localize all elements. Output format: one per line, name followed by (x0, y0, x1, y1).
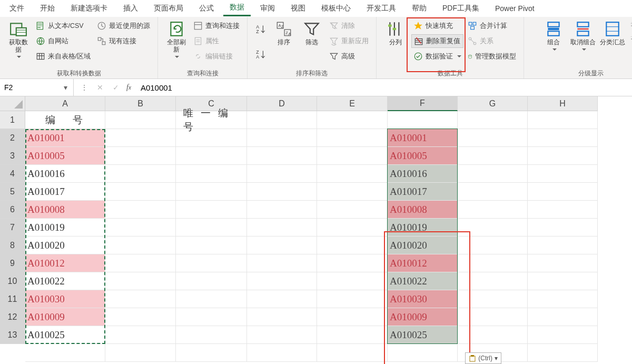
manage-data-model-button[interactable]: 管理数据模型 (466, 50, 518, 63)
cell-C1[interactable]: 唯一编号 (176, 111, 247, 129)
cell-D7[interactable] (247, 219, 317, 237)
cell-G8[interactable] (458, 237, 528, 254)
reapply-button[interactable]: 重新应用 (327, 34, 371, 48)
row-header-9[interactable]: 9 (0, 254, 25, 272)
properties-button[interactable]: 属性 (191, 34, 242, 48)
cell-F4[interactable]: A010016 (388, 165, 458, 183)
cells-area[interactable]: 编 号唯一编号A010001A010005A010016A010017A0100… (25, 111, 632, 364)
cell-E13[interactable] (317, 326, 388, 344)
column-header-A[interactable]: A (25, 96, 105, 111)
cell-B8[interactable] (105, 237, 176, 254)
cell-E7[interactable] (317, 219, 388, 237)
cell-F2[interactable]: A010001 (388, 129, 458, 147)
cell-B5[interactable] (105, 183, 176, 201)
cell-A11[interactable]: A010030 (25, 290, 105, 308)
cell-F14[interactable] (388, 344, 458, 362)
cell-E6[interactable] (317, 201, 388, 219)
column-header-G[interactable]: G (458, 96, 528, 111)
cell-C7[interactable] (176, 219, 247, 237)
cell-C5[interactable] (176, 183, 247, 201)
cell-H1[interactable] (528, 111, 598, 129)
subtotal-button[interactable]: 分类汇总 (599, 19, 626, 47)
insert-function-icon[interactable]: fx (126, 83, 131, 92)
row-header-7[interactable]: 7 (0, 219, 25, 237)
cell-D9[interactable] (247, 254, 317, 272)
cell-F10[interactable]: A010022 (388, 272, 458, 290)
cell-E1[interactable] (317, 111, 388, 129)
cell-F13[interactable]: A010025 (388, 326, 458, 344)
paste-options-smarttag[interactable]: (Ctrl) ▾ (465, 352, 501, 364)
filter-button[interactable]: 筛选 (299, 19, 325, 47)
name-box-dropdown-icon[interactable]: ▾ (62, 83, 69, 92)
cell-C8[interactable] (176, 237, 247, 254)
cell-E3[interactable] (317, 147, 388, 165)
cell-D14[interactable] (247, 344, 317, 362)
cell-G1[interactable] (458, 111, 528, 129)
cell-B12[interactable] (105, 308, 176, 326)
cell-F5[interactable]: A010017 (388, 183, 458, 201)
tab-帮助[interactable]: 帮助 (406, 1, 433, 16)
cell-E8[interactable] (317, 237, 388, 254)
tab-开始[interactable]: 开始 (34, 1, 61, 16)
cell-D8[interactable] (247, 237, 317, 254)
cell-E5[interactable] (317, 183, 388, 201)
cell-D3[interactable] (247, 147, 317, 165)
name-box[interactable]: ▾ (0, 79, 74, 96)
cell-F1[interactable] (388, 111, 458, 129)
row-header-12[interactable]: 12 (0, 308, 25, 326)
get-data-button[interactable]: 获取数 据 (5, 19, 32, 60)
tab-公式[interactable]: 公式 (193, 1, 220, 16)
cell-A9[interactable]: A010012 (25, 254, 105, 272)
cell-G11[interactable] (458, 290, 528, 308)
row-header-4[interactable]: 4 (0, 165, 25, 183)
sort-asc-button[interactable]: AZ (253, 21, 269, 37)
consolidate-button[interactable]: 合并计算 (466, 19, 518, 33)
clear-filter-button[interactable]: 清除 (327, 19, 371, 33)
group-button[interactable]: 组合 (540, 19, 567, 53)
tab-Power Pivot[interactable]: Power Pivot (489, 2, 541, 15)
cell-D13[interactable] (247, 326, 317, 344)
cell-H8[interactable] (528, 237, 598, 254)
cell-B13[interactable] (105, 326, 176, 344)
cell-A14[interactable] (25, 344, 105, 362)
sort-desc-button[interactable]: ZA (253, 46, 269, 62)
cell-F11[interactable]: A010030 (388, 290, 458, 308)
refresh-all-button[interactable]: 全部刷新 (163, 19, 189, 60)
queries-connections-button[interactable]: 查询和连接 (191, 19, 242, 33)
column-header-B[interactable]: B (105, 96, 176, 111)
sort-dialog-button[interactable]: AZZA 排序 (271, 19, 297, 47)
cell-H9[interactable] (528, 254, 598, 272)
tab-模板中心[interactable]: 模板中心 (315, 1, 357, 16)
cell-E10[interactable] (317, 272, 388, 290)
recent-sources-button[interactable]: 最近使用的源 (95, 19, 152, 33)
tab-开发工具[interactable]: 开发工具 (360, 1, 402, 16)
cell-H5[interactable] (528, 183, 598, 201)
from-web-button[interactable]: 自网站 (34, 34, 93, 48)
cell-C14[interactable] (176, 344, 247, 362)
existing-connections-button[interactable]: 现有连接 (95, 34, 152, 48)
cell-C12[interactable] (176, 308, 247, 326)
cell-A5[interactable]: A010017 (25, 183, 105, 201)
cell-G12[interactable] (458, 308, 528, 326)
row-header-6[interactable]: 6 (0, 201, 25, 219)
tab-页面布局[interactable]: 页面布局 (147, 1, 190, 16)
cell-C4[interactable] (176, 165, 247, 183)
cell-D2[interactable] (247, 129, 317, 147)
cell-A10[interactable]: A010022 (25, 272, 105, 290)
cancel-icon[interactable]: ✕ (95, 83, 105, 92)
edit-links-button[interactable]: 编辑链接 (191, 50, 242, 63)
tab-审阅[interactable]: 审阅 (254, 1, 281, 16)
from-table-range-button[interactable]: 来自表格/区域 (34, 50, 93, 63)
formula-more-icon[interactable]: ⋮ (79, 83, 90, 92)
column-header-D[interactable]: D (247, 96, 317, 111)
row-header-1[interactable]: 1 (0, 111, 25, 129)
cell-A12[interactable]: A010009 (25, 308, 105, 326)
data-validation-button[interactable]: 数据验证 (411, 50, 463, 63)
advanced-filter-button[interactable]: 高级 (327, 50, 371, 63)
cell-B3[interactable] (105, 147, 176, 165)
cell-B7[interactable] (105, 219, 176, 237)
row-header-8[interactable]: 8 (0, 237, 25, 254)
cell-B11[interactable] (105, 290, 176, 308)
row-header-5[interactable]: 5 (0, 183, 25, 201)
cell-G7[interactable] (458, 219, 528, 237)
